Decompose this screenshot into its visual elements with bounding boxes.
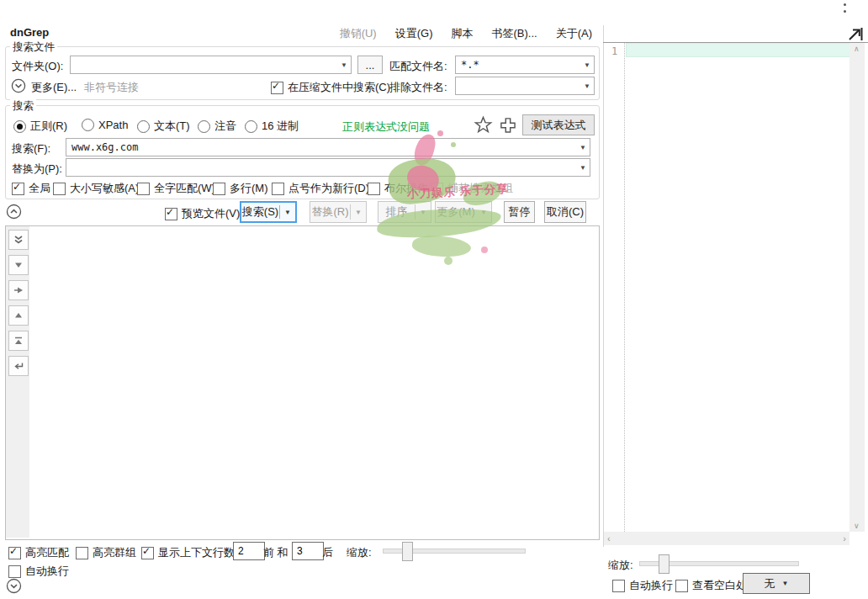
preview-wrap-label: 自动换行 bbox=[629, 578, 673, 593]
next-match-button[interactable] bbox=[8, 255, 29, 275]
slider-thumb[interactable] bbox=[402, 542, 413, 561]
next-file-button[interactable] bbox=[8, 230, 29, 250]
preview-file-checkbox[interactable]: 预览文件(V) bbox=[165, 206, 240, 221]
chevron-down-icon[interactable]: ▼ bbox=[576, 144, 590, 151]
scroll-left-arrow[interactable]: ‹ bbox=[607, 533, 611, 543]
slider-thumb[interactable] bbox=[659, 554, 670, 574]
preview-hscrollbar[interactable]: ‹ › bbox=[604, 532, 849, 545]
chevron-down-icon: ▼ bbox=[782, 580, 789, 587]
checkbox-box bbox=[8, 547, 21, 559]
pause-button[interactable]: 暂停 bbox=[504, 201, 535, 223]
match-filenames-combobox[interactable]: *.* ▼ bbox=[455, 56, 595, 74]
replace-button-label: 替换(R) bbox=[310, 204, 350, 220]
checkbox-box bbox=[12, 183, 24, 195]
chevron-down-icon[interactable]: ▼ bbox=[576, 164, 590, 172]
menu-settings[interactable]: 设置(G) bbox=[395, 26, 433, 41]
replace-with-combobox[interactable]: ▼ bbox=[66, 158, 590, 177]
results-wrap-checkbox[interactable]: 自动换行 bbox=[8, 564, 69, 579]
menu-bookmarks[interactable]: 书签(B)... bbox=[491, 26, 537, 41]
test-expression-button[interactable]: 测试表达式 bbox=[522, 114, 595, 135]
chevron-down-icon[interactable]: ▼ bbox=[337, 61, 351, 69]
browse-button[interactable]: ... bbox=[357, 56, 383, 74]
syntax-dropdown[interactable]: 无 ▼ bbox=[743, 573, 810, 594]
menu-about[interactable]: 关于(A) bbox=[556, 26, 592, 41]
highlight-matches-checkbox[interactable]: 高亮匹配 bbox=[8, 545, 69, 560]
wrap-navigation-button[interactable] bbox=[8, 356, 29, 376]
search-group-legend: 搜索 bbox=[10, 99, 36, 114]
search-for-value: www.x6g.com bbox=[66, 141, 576, 153]
radio-text[interactable]: 文本(T) bbox=[137, 119, 190, 134]
circle-chevron-up-icon bbox=[6, 204, 22, 220]
search-archives-checkbox[interactable]: 在压缩文件中搜索(C) bbox=[271, 80, 390, 95]
previous-file-button[interactable] bbox=[8, 331, 29, 351]
view-whitespace-checkbox[interactable]: 查看空白处 bbox=[675, 578, 747, 593]
match-filenames-label: 匹配文件名: bbox=[389, 59, 447, 74]
folder-combobox[interactable]: ▼ bbox=[70, 56, 352, 74]
more-button: 更多(M) ▼ bbox=[435, 201, 492, 223]
whole-word-label: 全字匹配(W) bbox=[154, 181, 215, 196]
preview-zoom-slider[interactable] bbox=[639, 554, 799, 572]
show-context-label: 显示上下文行数 bbox=[158, 545, 235, 560]
checkbox-box bbox=[141, 547, 154, 559]
search-button[interactable]: 搜索(S) ▼ bbox=[240, 201, 297, 223]
case-sensitive-checkbox[interactable]: 大小写敏感(A) bbox=[53, 181, 139, 196]
radio-phonetic[interactable]: 注音 bbox=[198, 119, 236, 134]
replace-button: 替换(R) ▼ bbox=[310, 201, 367, 223]
previous-match-button[interactable] bbox=[8, 305, 29, 326]
context-after-input[interactable] bbox=[292, 542, 324, 560]
show-context-checkbox[interactable]: 显示上下文行数 bbox=[141, 545, 235, 560]
highlight-groups-label: 高亮群组 bbox=[93, 545, 136, 560]
radio-hex[interactable]: 16 进制 bbox=[245, 119, 299, 134]
cancel-button[interactable]: 取消(C) bbox=[544, 201, 586, 223]
radio-xpath[interactable]: XPath bbox=[82, 119, 128, 131]
radio-dot bbox=[13, 120, 26, 133]
results-zoom-label: 缩放: bbox=[347, 545, 372, 560]
sort-button-label: 排序 bbox=[378, 204, 415, 220]
checkbox-box bbox=[165, 208, 177, 220]
scroll-down-arrow[interactable]: ∨ bbox=[854, 522, 860, 530]
checkbox-box bbox=[76, 547, 88, 559]
checkbox-box bbox=[675, 580, 688, 592]
bookmark-star-icon[interactable] bbox=[474, 115, 494, 138]
checkbox-box bbox=[8, 565, 21, 578]
scroll-up-arrow[interactable]: ∧ bbox=[854, 45, 860, 53]
current-match-button[interactable] bbox=[8, 280, 29, 300]
chevron-down-icon[interactable]: ▼ bbox=[580, 61, 594, 69]
whole-word-checkbox[interactable]: 全字匹配(W) bbox=[137, 181, 215, 196]
triangle-right-icon bbox=[13, 285, 24, 295]
more-options-label[interactable]: 更多(E)... bbox=[31, 80, 77, 95]
expand-bottom-panel-button[interactable] bbox=[6, 578, 22, 596]
menu-script[interactable]: 脚本 bbox=[451, 26, 473, 41]
checkbox-box bbox=[368, 183, 380, 195]
preview-wrap-checkbox[interactable]: 自动换行 bbox=[612, 578, 673, 593]
preview-editor[interactable]: 1 bbox=[604, 43, 868, 532]
radio-regex[interactable]: 正则(R) bbox=[13, 119, 67, 134]
collapse-panel-button[interactable] bbox=[6, 204, 22, 222]
chevron-down-icon[interactable]: ▼ bbox=[280, 209, 295, 216]
checkbox-box bbox=[53, 183, 66, 195]
search-for-label: 搜索(F): bbox=[12, 141, 50, 156]
highlight-groups-checkbox[interactable]: 高亮群组 bbox=[76, 545, 136, 560]
more-options-expander[interactable] bbox=[11, 78, 26, 96]
global-checkbox[interactable]: 全局 bbox=[12, 181, 50, 196]
grip-dot bbox=[844, 10, 846, 13]
radio-text-label: 文本(T) bbox=[154, 119, 190, 134]
preview-vscrollbar[interactable]: ∧ ∨ bbox=[849, 43, 865, 532]
radio-dot bbox=[245, 120, 257, 133]
search-for-combobox[interactable]: www.x6g.com ▼ bbox=[66, 138, 590, 156]
global-label: 全局 bbox=[29, 181, 50, 196]
context-before-input[interactable] bbox=[233, 542, 265, 560]
exclude-filenames-combobox[interactable]: ▼ bbox=[455, 77, 595, 95]
chevron-down-icon[interactable]: ▼ bbox=[580, 82, 594, 90]
dot-as-newline-checkbox[interactable]: 点号作为新行(D) bbox=[272, 181, 369, 196]
results-zoom-slider[interactable] bbox=[383, 542, 526, 559]
add-bookmark-plus-icon[interactable] bbox=[498, 115, 518, 138]
boolean-operators-checkbox[interactable]: 布尔操作 bbox=[368, 181, 428, 196]
checkbox-box bbox=[431, 183, 443, 195]
multiline-checkbox[interactable]: 多行(M) bbox=[213, 181, 268, 196]
menu-undo[interactable]: 撤销(U) bbox=[340, 26, 377, 41]
search-archives-label: 在压缩文件中搜索(C) bbox=[288, 80, 390, 95]
checkbox-box bbox=[213, 183, 225, 195]
scroll-right-arrow[interactable]: › bbox=[843, 533, 846, 543]
app-title: dnGrep bbox=[10, 26, 49, 39]
